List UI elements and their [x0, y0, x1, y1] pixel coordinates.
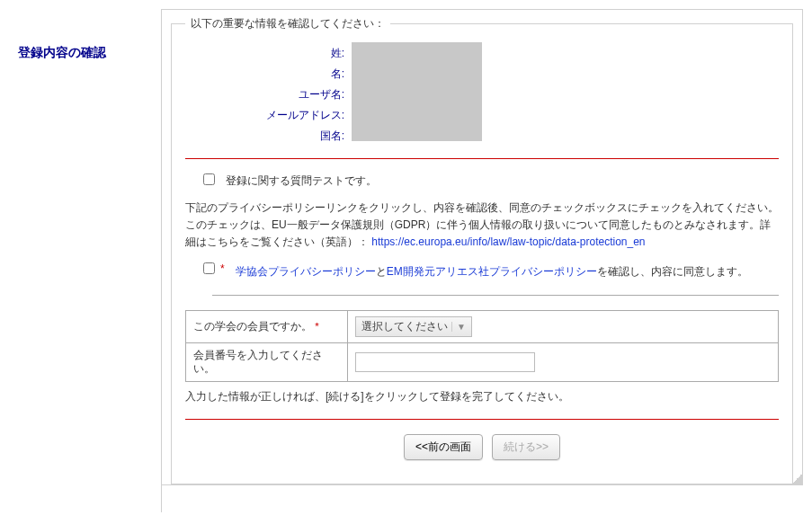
- label-surname: 姓:: [185, 46, 352, 61]
- member-number-value-cell: [348, 342, 779, 381]
- fieldset-legend: 以下の重要な情報を確認してください：: [185, 14, 390, 33]
- table-row: この学会の会員ですか。 * 選択してください ▼: [186, 310, 779, 342]
- consent-mid: と: [376, 265, 387, 278]
- member-number-label: 会員番号を入力してください。: [186, 342, 348, 381]
- consent-tail: を確認し、内容に同意します。: [597, 265, 748, 278]
- info-values-redacted: [352, 42, 482, 141]
- label-given: 名:: [185, 67, 352, 82]
- label-country: 国名:: [185, 129, 352, 144]
- sidebar: 登録内容の確認: [9, 9, 162, 512]
- consent-required-mark: *: [220, 262, 225, 275]
- consent-text: 学協会プライバシーポリシーとEM開発元アリエス社プライバシーポリシーを確認し、内…: [236, 262, 748, 280]
- question-row: 登録に関する質問テストです。: [185, 173, 779, 189]
- confirm-fieldset: 以下の重要な情報を確認してください： 姓: 名: ユーザ名: メールアドレス: …: [171, 14, 793, 484]
- info-labels-column: 姓: 名: ユーザ名: メールアドレス: 国名:: [185, 42, 352, 144]
- divider: [212, 295, 779, 296]
- membership-table: この学会の会員ですか。 * 選択してください ▼ 会員番号を入力してください。: [185, 310, 779, 382]
- member-question-value-cell: 選択してください ▼: [348, 310, 779, 342]
- divider: [185, 419, 779, 420]
- aries-privacy-link[interactable]: EM開発元アリエス社プライバシーポリシー: [387, 265, 597, 278]
- chevron-down-icon: ▼: [451, 322, 466, 332]
- gdpr-link[interactable]: https://ec.europa.eu/info/law/law-topic/…: [371, 235, 645, 248]
- member-select[interactable]: 選択してください ▼: [355, 316, 472, 337]
- table-row: 会員番号を入力してください。: [186, 342, 779, 381]
- label-email: メールアドレス:: [185, 108, 352, 123]
- back-button[interactable]: <<前の画面: [404, 434, 483, 460]
- question-label: 登録に関する質問テストです。: [226, 173, 377, 189]
- label-username: ユーザ名:: [185, 87, 352, 102]
- instruction-text: 入力した情報が正しければ、[続ける]をクリックして登録を完了してください。: [185, 389, 779, 404]
- member-number-input[interactable]: [355, 352, 535, 372]
- consent-checkbox[interactable]: [203, 262, 215, 274]
- continue-button[interactable]: 続ける>>: [492, 434, 560, 460]
- privacy-description: 下記のプライバシーポリシーリンクをクリックし、内容を確認後、同意のチェックボック…: [185, 200, 779, 252]
- society-privacy-link[interactable]: 学協会プライバシーポリシー: [236, 265, 376, 278]
- consent-row: * 学協会プライバシーポリシーとEM開発元アリエス社プライバシーポリシーを確認し…: [185, 262, 779, 280]
- member-question-required: *: [315, 321, 318, 332]
- page-title: 登録内容の確認: [18, 45, 161, 61]
- user-info-group: 姓: 名: ユーザ名: メールアドレス: 国名:: [185, 42, 779, 144]
- member-question-cell: この学会の会員ですか。 *: [186, 310, 348, 342]
- main-panel: 以下の重要な情報を確認してください： 姓: 名: ユーザ名: メールアドレス: …: [161, 9, 803, 485]
- divider: [185, 158, 779, 159]
- question-checkbox[interactable]: [203, 173, 215, 185]
- member-question-label: この学会の会員ですか。: [193, 321, 312, 332]
- member-select-value: 選択してください: [361, 319, 448, 334]
- button-row: <<前の画面 続ける>>: [185, 434, 779, 460]
